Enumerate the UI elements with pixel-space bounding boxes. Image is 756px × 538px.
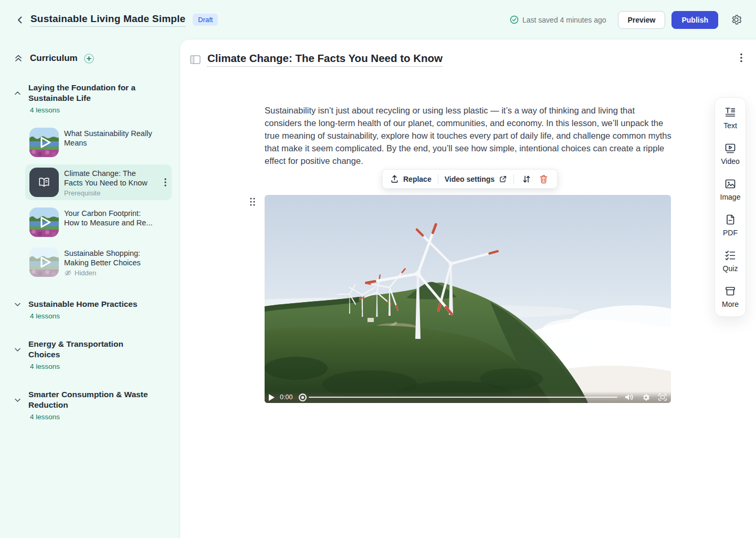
lesson-title: Climate Change: The Facts You Need to Kn… — [64, 169, 154, 188]
lesson-list: What Sustainability Really Means Climate… — [25, 125, 180, 280]
replace-button[interactable]: Replace — [390, 174, 432, 183]
upload-icon — [390, 174, 399, 183]
section-lesson-count: 4 lessons — [30, 312, 180, 320]
toggle-sidebar-icon[interactable] — [190, 55, 201, 64]
topbar: Sustainable Living Made Simple Draft Las… — [0, 0, 756, 39]
preview-button[interactable]: Preview — [618, 11, 666, 29]
insert-more-button[interactable]: More — [715, 279, 746, 315]
text-block-icon — [724, 107, 736, 118]
block-drag-handle[interactable] — [249, 197, 256, 206]
section-header[interactable]: Smarter Consumption & Waste Reduction — [0, 389, 180, 410]
check-circle-icon — [510, 15, 519, 24]
section-header[interactable]: Sustainable Home Practices — [0, 299, 180, 309]
eye-off-icon — [64, 269, 72, 277]
curriculum-section: Laying the Foundation for a Sustainable … — [0, 82, 180, 280]
section-header[interactable]: Laying the Foundation for a Sustainable … — [0, 82, 180, 104]
section-title: Smarter Consumption & Waste Reduction — [28, 389, 154, 410]
current-time: 0:00 — [280, 394, 292, 401]
seek-handle[interactable] — [299, 394, 307, 401]
curriculum-header: Curriculum — [0, 53, 180, 64]
lesson-item[interactable]: What Sustainability Really Means — [25, 125, 172, 160]
kebab-icon — [164, 178, 166, 187]
lesson-intro-paragraph[interactable]: Sustainability isn’t just about recyclin… — [265, 104, 672, 167]
image-block-icon — [724, 178, 736, 190]
lesson-title: What Sustainability Really Means — [64, 129, 154, 148]
insert-video-button[interactable]: Video — [715, 136, 746, 172]
insert-text-button[interactable]: Text — [715, 100, 746, 136]
insert-label: Quiz — [723, 264, 738, 273]
curriculum-section: Energy & Transportation Choices 4 lesson… — [0, 339, 180, 370]
lesson-subtitle: Hidden — [64, 269, 154, 277]
video-player[interactable]: 0:00 — [265, 195, 671, 403]
insert-block-toolbar: Text Video Image PDF Quiz More — [715, 97, 746, 317]
curriculum-section: Smarter Consumption & Waste Reduction 4 … — [0, 389, 180, 421]
section-lesson-count: 4 lessons — [30, 106, 180, 114]
wind-turbines-scene — [265, 195, 671, 403]
insert-pdf-button[interactable]: PDF — [715, 208, 746, 243]
lesson-title: Sustainable Shopping: Making Better Choi… — [64, 249, 154, 267]
lesson-menu-button[interactable] — [164, 178, 166, 187]
section-title: Energy & Transportation Choices — [28, 339, 154, 360]
lesson-item[interactable]: Your Carbon Footprint: How to Measure an… — [25, 204, 172, 240]
lesson-editor-panel: Climate Change: The Facts You Need to Kn… — [180, 39, 756, 538]
gear-icon — [731, 14, 742, 25]
insert-image-button[interactable]: Image — [715, 172, 746, 208]
more-blocks-icon — [724, 285, 736, 297]
plus-circle-icon — [84, 54, 94, 64]
quiz-block-icon — [724, 250, 736, 261]
volume-button[interactable] — [625, 394, 634, 401]
chevron-up-icon — [14, 89, 22, 97]
section-header[interactable]: Energy & Transportation Choices — [0, 339, 180, 360]
curriculum-sidebar: Curriculum Laying the Foundation for a S… — [0, 39, 180, 538]
video-block-toolbar: Replace Video settings — [382, 169, 558, 189]
video-controls-bar: 0:00 — [265, 391, 671, 403]
external-link-icon — [499, 175, 507, 183]
video-thumbnail — [29, 247, 59, 277]
insert-quiz-button[interactable]: Quiz — [715, 243, 746, 279]
curriculum-title: Curriculum — [30, 53, 78, 64]
lesson-options-button[interactable] — [740, 53, 742, 63]
insert-label: PDF — [723, 229, 738, 237]
curriculum-section: Sustainable Home Practices 4 lessons — [0, 299, 180, 320]
save-status: Last saved 4 minutes ago — [510, 15, 606, 24]
fullscreen-button[interactable] — [658, 394, 667, 401]
status-badge: Draft — [193, 14, 218, 26]
insert-label: Video — [721, 157, 740, 165]
reading-lesson-tile — [29, 168, 59, 197]
insert-label: Text — [723, 121, 737, 130]
lesson-title: Your Carbon Footprint: How to Measure an… — [64, 209, 154, 227]
chevron-left-icon — [15, 15, 25, 25]
trash-icon — [539, 174, 548, 184]
section-title: Laying the Foundation for a Sustainable … — [28, 82, 154, 104]
lesson-title-heading[interactable]: Climate Change: The Facts You Need to Kn… — [207, 52, 443, 67]
move-block-button[interactable] — [520, 173, 533, 185]
reorder-arrows-icon — [522, 174, 531, 184]
course-title[interactable]: Sustainable Living Made Simple — [30, 13, 185, 27]
delete-block-button[interactable] — [537, 173, 550, 185]
video-settings-gear[interactable] — [642, 394, 650, 401]
collapse-all-icon[interactable] — [14, 54, 23, 63]
kebab-icon — [740, 53, 742, 63]
park-scene-thumbnail — [29, 208, 59, 237]
video-thumbnail — [29, 128, 59, 157]
chevron-down-icon — [14, 301, 22, 308]
video-thumbnail — [29, 208, 59, 237]
insert-label: Image — [720, 193, 741, 201]
play-button[interactable] — [269, 394, 275, 401]
section-title: Sustainable Home Practices — [28, 299, 138, 309]
seek-track[interactable] — [309, 397, 617, 398]
section-lesson-count: 4 lessons — [30, 363, 180, 370]
publish-button[interactable]: Publish — [671, 11, 718, 29]
lesson-subtitle: Prerequisite — [64, 189, 154, 197]
settings-button[interactable] — [729, 13, 743, 27]
toolbar-divider — [513, 174, 514, 184]
chevron-down-icon — [14, 396, 22, 404]
video-settings-button[interactable]: Video settings — [445, 175, 507, 183]
gear-icon — [642, 394, 650, 401]
lesson-item-selected[interactable]: Climate Change: The Facts You Need to Kn… — [25, 164, 172, 200]
add-section-button[interactable] — [84, 54, 94, 64]
back-button[interactable] — [13, 13, 27, 27]
lesson-item-hidden[interactable]: Sustainable Shopping: Making Better Choi… — [25, 244, 172, 280]
chevron-down-icon — [14, 346, 22, 354]
drag-dots-icon — [249, 197, 256, 206]
